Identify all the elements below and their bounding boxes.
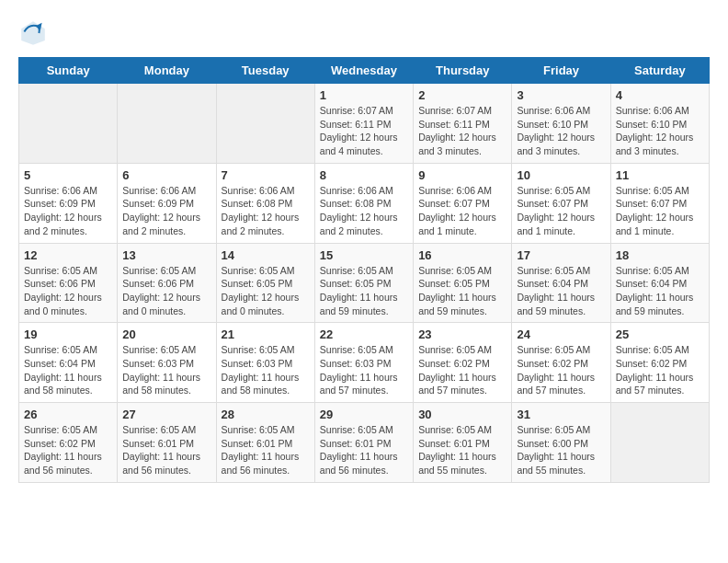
day-of-week-header: Sunday <box>19 58 118 84</box>
day-number: 21 <box>222 327 310 341</box>
logo <box>18 18 51 48</box>
header <box>18 18 710 48</box>
calendar-day-cell: 14Sunrise: 6:05 AM Sunset: 6:05 PM Dayli… <box>216 243 314 323</box>
day-number: 24 <box>517 327 605 341</box>
calendar-day-cell: 28Sunrise: 6:05 AM Sunset: 6:01 PM Dayli… <box>216 403 314 483</box>
day-info: Sunrise: 6:06 AM Sunset: 6:08 PM Dayligh… <box>320 184 408 238</box>
calendar-table: SundayMondayTuesdayWednesdayThursdayFrid… <box>18 57 710 483</box>
calendar-day-cell: 3Sunrise: 6:06 AM Sunset: 6:10 PM Daylig… <box>512 84 610 164</box>
day-info: Sunrise: 6:05 AM Sunset: 6:02 PM Dayligh… <box>24 423 112 477</box>
day-info: Sunrise: 6:05 AM Sunset: 6:03 PM Dayligh… <box>222 343 310 397</box>
calendar-day-cell: 16Sunrise: 6:05 AM Sunset: 6:05 PM Dayli… <box>414 243 512 323</box>
day-info: Sunrise: 6:05 AM Sunset: 6:07 PM Dayligh… <box>616 184 704 238</box>
day-info: Sunrise: 6:05 AM Sunset: 6:03 PM Dayligh… <box>122 343 210 397</box>
day-number: 4 <box>616 88 704 102</box>
calendar-week-row: 5Sunrise: 6:06 AM Sunset: 6:09 PM Daylig… <box>19 163 710 243</box>
day-info: Sunrise: 6:05 AM Sunset: 6:04 PM Dayligh… <box>24 343 112 397</box>
calendar-week-row: 1Sunrise: 6:07 AM Sunset: 6:11 PM Daylig… <box>19 84 710 164</box>
day-info: Sunrise: 6:07 AM Sunset: 6:11 PM Dayligh… <box>418 104 506 158</box>
day-number: 5 <box>24 168 112 182</box>
day-number: 15 <box>320 248 408 262</box>
day-of-week-header: Friday <box>512 58 610 84</box>
calendar-day-cell: 9Sunrise: 6:06 AM Sunset: 6:07 PM Daylig… <box>414 163 512 243</box>
day-info: Sunrise: 6:05 AM Sunset: 6:05 PM Dayligh… <box>222 264 310 318</box>
day-number: 25 <box>616 327 704 341</box>
day-number: 27 <box>122 408 210 421</box>
day-number: 19 <box>24 327 112 341</box>
day-number: 30 <box>418 408 506 421</box>
day-number: 3 <box>517 88 605 102</box>
calendar-day-cell: 1Sunrise: 6:07 AM Sunset: 6:11 PM Daylig… <box>314 84 413 164</box>
day-info: Sunrise: 6:05 AM Sunset: 6:05 PM Dayligh… <box>418 264 506 318</box>
day-of-week-header: Monday <box>118 58 216 84</box>
day-number: 17 <box>517 248 605 262</box>
header-row: SundayMondayTuesdayWednesdayThursdayFrid… <box>19 58 710 84</box>
day-number: 20 <box>122 327 210 341</box>
day-number: 13 <box>122 248 210 262</box>
day-number: 8 <box>320 168 408 182</box>
day-info: Sunrise: 6:05 AM Sunset: 6:04 PM Dayligh… <box>616 264 704 318</box>
day-number: 9 <box>418 168 506 182</box>
day-info: Sunrise: 6:05 AM Sunset: 6:01 PM Dayligh… <box>222 423 310 477</box>
calendar-day-cell: 22Sunrise: 6:05 AM Sunset: 6:03 PM Dayli… <box>314 323 413 403</box>
calendar-day-cell: 30Sunrise: 6:05 AM Sunset: 6:01 PM Dayli… <box>414 403 512 483</box>
day-number: 18 <box>616 248 704 262</box>
day-info: Sunrise: 6:05 AM Sunset: 6:02 PM Dayligh… <box>517 343 605 397</box>
day-number: 29 <box>320 408 408 421</box>
day-number: 28 <box>222 408 310 421</box>
calendar-day-cell <box>610 403 709 483</box>
day-info: Sunrise: 6:06 AM Sunset: 6:08 PM Dayligh… <box>222 184 310 238</box>
day-info: Sunrise: 6:05 AM Sunset: 6:02 PM Dayligh… <box>616 343 704 397</box>
calendar-day-cell: 4Sunrise: 6:06 AM Sunset: 6:10 PM Daylig… <box>610 84 709 164</box>
day-info: Sunrise: 6:06 AM Sunset: 6:10 PM Dayligh… <box>616 104 704 158</box>
day-info: Sunrise: 6:07 AM Sunset: 6:11 PM Dayligh… <box>320 104 408 158</box>
day-info: Sunrise: 6:06 AM Sunset: 6:07 PM Dayligh… <box>418 184 506 238</box>
day-info: Sunrise: 6:05 AM Sunset: 6:02 PM Dayligh… <box>418 343 506 397</box>
day-number: 2 <box>418 88 506 102</box>
calendar-day-cell: 2Sunrise: 6:07 AM Sunset: 6:11 PM Daylig… <box>414 84 512 164</box>
day-number: 26 <box>24 408 112 421</box>
day-info: Sunrise: 6:05 AM Sunset: 6:05 PM Dayligh… <box>320 264 408 318</box>
day-of-week-header: Saturday <box>610 58 709 84</box>
day-info: Sunrise: 6:05 AM Sunset: 6:06 PM Dayligh… <box>122 264 210 318</box>
page-container: SundayMondayTuesdayWednesdayThursdayFrid… <box>0 0 728 492</box>
day-number: 14 <box>222 248 310 262</box>
calendar-day-cell <box>19 84 118 164</box>
calendar-day-cell: 15Sunrise: 6:05 AM Sunset: 6:05 PM Dayli… <box>314 243 413 323</box>
day-of-week-header: Wednesday <box>314 58 413 84</box>
day-info: Sunrise: 6:05 AM Sunset: 6:06 PM Dayligh… <box>24 264 112 318</box>
day-number: 12 <box>24 248 112 262</box>
calendar-day-cell: 18Sunrise: 6:05 AM Sunset: 6:04 PM Dayli… <box>610 243 709 323</box>
calendar-day-cell: 7Sunrise: 6:06 AM Sunset: 6:08 PM Daylig… <box>216 163 314 243</box>
day-of-week-header: Thursday <box>414 58 512 84</box>
day-number: 6 <box>122 168 210 182</box>
day-number: 7 <box>222 168 310 182</box>
day-info: Sunrise: 6:06 AM Sunset: 6:09 PM Dayligh… <box>122 184 210 238</box>
day-number: 31 <box>517 408 605 421</box>
day-info: Sunrise: 6:05 AM Sunset: 6:01 PM Dayligh… <box>320 423 408 477</box>
calendar-day-cell: 12Sunrise: 6:05 AM Sunset: 6:06 PM Dayli… <box>19 243 118 323</box>
day-of-week-header: Tuesday <box>216 58 314 84</box>
day-info: Sunrise: 6:05 AM Sunset: 6:03 PM Dayligh… <box>320 343 408 397</box>
calendar-day-cell: 8Sunrise: 6:06 AM Sunset: 6:08 PM Daylig… <box>314 163 413 243</box>
calendar-day-cell: 5Sunrise: 6:06 AM Sunset: 6:09 PM Daylig… <box>19 163 118 243</box>
day-info: Sunrise: 6:05 AM Sunset: 6:01 PM Dayligh… <box>418 423 506 477</box>
day-info: Sunrise: 6:05 AM Sunset: 6:04 PM Dayligh… <box>517 264 605 318</box>
calendar-day-cell: 31Sunrise: 6:05 AM Sunset: 6:00 PM Dayli… <box>512 403 610 483</box>
day-number: 22 <box>320 327 408 341</box>
day-number: 11 <box>616 168 704 182</box>
day-info: Sunrise: 6:06 AM Sunset: 6:10 PM Dayligh… <box>517 104 605 158</box>
calendar-day-cell: 27Sunrise: 6:05 AM Sunset: 6:01 PM Dayli… <box>118 403 216 483</box>
calendar-day-cell <box>216 84 314 164</box>
calendar-day-cell: 6Sunrise: 6:06 AM Sunset: 6:09 PM Daylig… <box>118 163 216 243</box>
calendar-day-cell: 24Sunrise: 6:05 AM Sunset: 6:02 PM Dayli… <box>512 323 610 403</box>
calendar-day-cell <box>118 84 216 164</box>
calendar-day-cell: 25Sunrise: 6:05 AM Sunset: 6:02 PM Dayli… <box>610 323 709 403</box>
day-info: Sunrise: 6:05 AM Sunset: 6:00 PM Dayligh… <box>517 423 605 477</box>
day-info: Sunrise: 6:05 AM Sunset: 6:07 PM Dayligh… <box>517 184 605 238</box>
day-info: Sunrise: 6:06 AM Sunset: 6:09 PM Dayligh… <box>24 184 112 238</box>
calendar-day-cell: 19Sunrise: 6:05 AM Sunset: 6:04 PM Dayli… <box>19 323 118 403</box>
calendar-day-cell: 13Sunrise: 6:05 AM Sunset: 6:06 PM Dayli… <box>118 243 216 323</box>
calendar-week-row: 26Sunrise: 6:05 AM Sunset: 6:02 PM Dayli… <box>19 403 710 483</box>
calendar-day-cell: 29Sunrise: 6:05 AM Sunset: 6:01 PM Dayli… <box>314 403 413 483</box>
